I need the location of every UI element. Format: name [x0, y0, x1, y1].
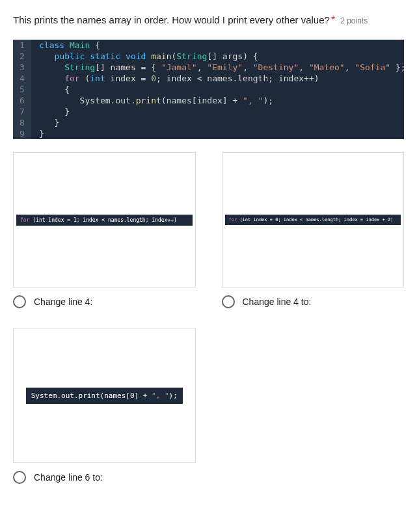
option-row[interactable]: Change line 4 to:: [222, 295, 405, 308]
option-label: Change line 4 to:: [243, 297, 312, 307]
option-b: for for (int index = 0; index < names.le…: [222, 152, 405, 308]
code-snippet: for for (int index = 0; index < names.le…: [225, 215, 401, 225]
code-block: 1class Main { 2 public static void main(…: [13, 40, 404, 139]
code-content: {: [31, 84, 70, 95]
option-row[interactable]: Change line 4:: [13, 295, 196, 308]
option-label: Change line 6 to:: [34, 472, 103, 483]
options-grid: for for (int index = 1; index < names.le…: [13, 152, 404, 484]
line-number: 2: [13, 51, 31, 62]
line-number: 9: [13, 128, 31, 139]
line-number: 8: [13, 117, 31, 128]
option-image[interactable]: for for (int index = 0; index < names.le…: [222, 152, 405, 287]
code-content: }: [31, 128, 44, 139]
line-number: 3: [13, 62, 31, 73]
option-a: for for (int index = 1; index < names.le…: [13, 152, 196, 308]
code-content: System.out.print(names[index] + ", ");: [31, 95, 273, 106]
code-snippet: System.out.print(names[0] + ", ");: [26, 388, 183, 404]
radio-button[interactable]: [13, 471, 26, 484]
radio-button[interactable]: [222, 295, 235, 308]
code-content: }: [31, 117, 59, 128]
line-number: 7: [13, 106, 31, 117]
code-content: class Main {: [31, 40, 100, 51]
line-number: 5: [13, 84, 31, 95]
line-number: 1: [13, 40, 31, 51]
option-image[interactable]: System.out.print(names[0] + ", ");: [13, 328, 196, 463]
question-text: This prints the names array in order. Ho…: [13, 13, 330, 27]
line-number: 6: [13, 95, 31, 106]
question-header: This prints the names array in order. Ho…: [13, 13, 404, 27]
code-content: }: [31, 106, 70, 117]
option-label: Change line 4:: [34, 297, 92, 307]
option-c: System.out.print(names[0] + ", "); Chang…: [13, 328, 196, 484]
required-asterisk: *: [331, 14, 335, 26]
code-content: String[] names = { "Jamal", "Emily", "De…: [31, 62, 404, 73]
option-image[interactable]: for for (int index = 1; index < names.le…: [13, 152, 196, 287]
code-content: for (int index = 0; index < names.length…: [31, 73, 319, 84]
radio-button[interactable]: [13, 295, 26, 308]
option-row[interactable]: Change line 6 to:: [13, 471, 196, 484]
code-content: public static void main(String[] args) {: [31, 51, 258, 62]
code-snippet: for for (int index = 1; index < names.le…: [16, 215, 193, 226]
line-number: 4: [13, 73, 31, 84]
point-value: 2 points: [340, 16, 368, 25]
